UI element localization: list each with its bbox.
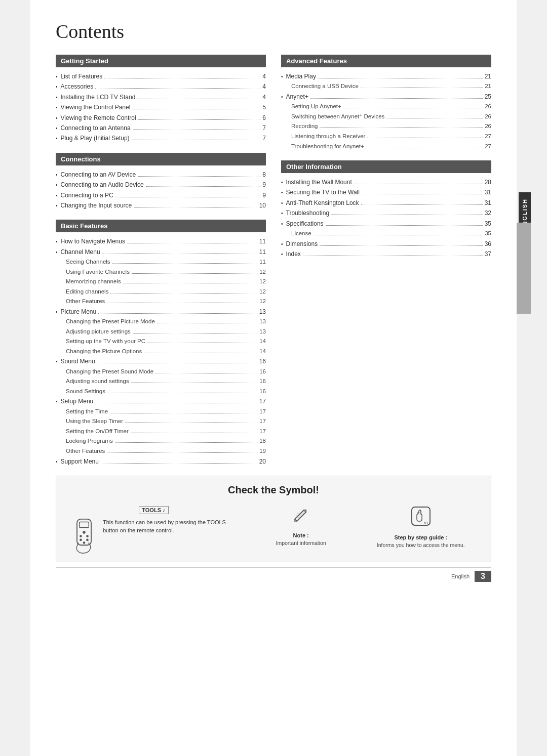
toc-item-text: Viewing the Control Panel (61, 102, 131, 112)
toc-page-number: 26 (485, 121, 491, 132)
toc-item-text: Picture Menu (61, 307, 97, 317)
toc-dots (97, 363, 257, 363)
list-item: Media Play21 (281, 71, 491, 81)
toc-dots (127, 243, 257, 243)
toc-item-text: Changing the Preset Picture Mode (66, 317, 155, 327)
toc-dots (137, 99, 260, 99)
toc-dots (133, 333, 257, 333)
toc-dots (303, 256, 483, 256)
toc-page-number: 11 (259, 247, 266, 257)
toc-dots (155, 373, 257, 373)
toc-item-text: Installing the LCD TV Stand (61, 92, 136, 102)
svg-point-6 (86, 539, 89, 541)
toc-item-text: Media Play (286, 71, 316, 81)
toc-dots (115, 442, 258, 443)
toc-item-text: Switching between Anynet⁺ Devices (291, 112, 384, 122)
list-item: Securing the TV to the Wall31 (281, 187, 491, 197)
toc-dots (132, 140, 261, 140)
list-item: Viewing the Control Panel5 (56, 102, 266, 112)
list-item: Listening through a Receiver27 (281, 132, 491, 142)
toc-item-text: License (291, 229, 311, 239)
symbol-items: TOOLS ♪ (71, 505, 476, 554)
list-item: List of Features4 (56, 71, 266, 81)
getting-started-header: Getting Started (56, 55, 266, 67)
toc-page-number: 26 (485, 102, 491, 112)
note-icon (291, 505, 311, 529)
list-item: Connecting a USB Device21 (281, 81, 491, 92)
basic-features-list: How to Navigate Menus11Channel Menu11See… (56, 236, 266, 467)
toc-dots (361, 88, 483, 88)
toc-item-text: Changing the Preset Sound Mode (66, 367, 153, 377)
list-item: Connecting to an Antenna7 (56, 123, 266, 133)
footer-page-number: 3 (475, 571, 491, 582)
toc-item-text: Adjusting sound settings (66, 376, 129, 387)
list-item: Other Features19 (56, 446, 266, 456)
toc-page-number: 13 (259, 317, 266, 327)
toc-page-number: 17 (259, 396, 266, 406)
col-right: Advanced Features Media Play21Connecting… (281, 55, 491, 476)
toc-dots (147, 343, 257, 343)
svg-point-7 (83, 541, 86, 544)
toc-page-number: 16 (259, 387, 266, 397)
toc-page-number: 7 (262, 123, 266, 133)
list-item: Memorizing channels12 (56, 277, 266, 287)
toc-dots (95, 403, 257, 403)
toc-page-number: 17 (259, 416, 266, 427)
toc-page-number: 17 (259, 427, 266, 437)
list-item: Editing channels12 (56, 287, 266, 297)
page-title: Contents (56, 20, 491, 43)
toc-item-text: Anti-Theft Kensington Lock (286, 198, 359, 208)
toc-item-text: Sound Settings (66, 387, 105, 397)
toc-item-text: Setup Menu (61, 396, 94, 406)
toc-item-text: Connecting to an AV Device (61, 170, 136, 180)
toc-dots (132, 273, 257, 274)
toc-dots (146, 186, 261, 187)
toc-item-text: Securing the TV to the Wall (286, 187, 360, 197)
list-item: Troubleshooting32 (281, 208, 491, 218)
toc-page-number: 32 (485, 208, 491, 218)
toc-page-number: 12 (259, 287, 266, 297)
toc-page-number: 31 (485, 187, 491, 197)
toc-page-number: 35 (485, 229, 491, 239)
toc-page-number: 21 (485, 71, 491, 81)
toc-item-text: Viewing the Remote Control (61, 113, 136, 123)
toc-dots (343, 108, 483, 108)
list-item: Setting the Time17 (56, 407, 266, 417)
toc-item-text: Locking Programs (66, 436, 113, 446)
toc-item-text: Specifications (286, 219, 324, 229)
list-item: Other Features12 (56, 297, 266, 307)
toc-item-text: Installing the Wall Mount (286, 177, 352, 187)
toc-item-text: Support Menu (61, 456, 99, 467)
toc-dots (138, 119, 261, 120)
page: ENGLISH Contents Getting Started List of… (30, 0, 517, 756)
toc-page-number: 11 (259, 257, 266, 267)
toc-item-text: Setting Up Anynet+ (291, 102, 341, 112)
list-item: Changing the Input source10 (56, 200, 266, 211)
other-information-header: Other Information (281, 160, 491, 173)
toc-dots (115, 197, 261, 197)
remote-icon (71, 518, 97, 554)
list-item: Recording26 (281, 121, 491, 132)
toc-item-text: Listening through a Receiver (291, 132, 365, 142)
toc-dots (125, 423, 257, 423)
list-item: Specifications35 (281, 219, 491, 229)
list-item: Index37 (281, 249, 491, 259)
list-item: Setting up the TV with your PC14 (56, 337, 266, 347)
toc-dots (320, 128, 483, 128)
toc-dots (123, 283, 258, 283)
list-item: Installing the LCD TV Stand4 (56, 92, 266, 102)
toc-item-text: Using Favorite Channels (66, 267, 130, 277)
other-information-list: Installing the Wall Mount28Securing the … (281, 177, 491, 259)
toc-page-number: 4 (262, 92, 266, 102)
footer-language: English (451, 573, 470, 579)
toc-item-text: Anynet+ (286, 92, 308, 102)
list-item: Setting the On/Off Timer17 (56, 427, 266, 437)
list-item: Setting Up Anynet+26 (281, 102, 491, 112)
toc-page-number: 13 (259, 327, 266, 337)
connections-list: Connecting to an AV Device8Connecting to… (56, 170, 266, 211)
toc-item-text: Plug & Play (Initial Setup) (61, 133, 130, 143)
toc-dots (101, 463, 257, 464)
list-item: License35 (281, 229, 491, 239)
getting-started-list: List of Features4Accessories4Installing … (56, 71, 266, 144)
list-item: Viewing the Remote Control6 (56, 113, 266, 123)
